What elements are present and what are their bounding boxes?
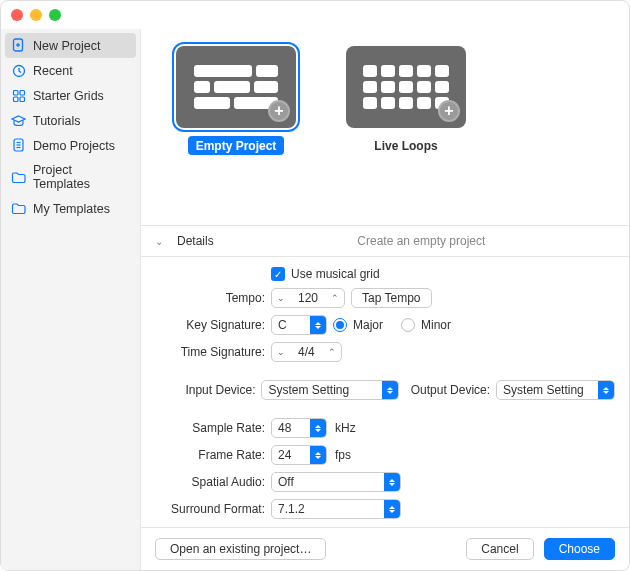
tempo-stepper[interactable]: ⌄ 120 ⌃: [271, 288, 345, 308]
template-label: Live Loops: [374, 139, 437, 153]
updown-icon: [384, 500, 400, 518]
key-signature-label: Key Signature:: [155, 318, 265, 332]
time-signature-value: 4/4: [290, 345, 323, 359]
updown-icon: [598, 381, 614, 399]
updown-icon: [382, 381, 398, 399]
template-label: Empty Project: [196, 139, 277, 153]
spatial-audio-select[interactable]: Off: [271, 472, 401, 492]
live-loops-thumb: [346, 46, 466, 128]
svg-rect-4: [13, 90, 18, 95]
frame-rate-select[interactable]: 24: [271, 445, 327, 465]
folder-icon: [11, 201, 26, 216]
titlebar: [1, 1, 629, 29]
sidebar-item-demo-projects[interactable]: Demo Projects: [1, 133, 140, 158]
details-subtitle: Create an empty project: [228, 234, 615, 248]
details-header[interactable]: ⌄ Details Create an empty project: [141, 225, 629, 257]
minor-label: Minor: [421, 318, 451, 332]
sidebar-item-tutorials[interactable]: Tutorials: [1, 108, 140, 133]
updown-icon: [310, 316, 326, 334]
chevron-down-icon: ⌄: [155, 236, 163, 247]
cancel-button[interactable]: Cancel: [466, 538, 533, 560]
time-signature-stepper[interactable]: ⌄ 4/4 ⌃: [271, 342, 342, 362]
input-device-select[interactable]: System Setting: [261, 380, 398, 400]
updown-icon: [384, 473, 400, 491]
main-pane: Choose a Project Empty Project: [141, 29, 629, 570]
surround-format-select[interactable]: 7.1.2: [271, 499, 401, 519]
sidebar-item-label: Project Templates: [33, 163, 130, 191]
sidebar-item-label: Recent: [33, 64, 73, 78]
sidebar-item-label: Tutorials: [33, 114, 80, 128]
minimize-icon[interactable]: [30, 9, 42, 21]
sample-rate-unit: kHz: [335, 421, 356, 435]
key-signature-select[interactable]: C: [271, 315, 327, 335]
sample-rate-select[interactable]: 48: [271, 418, 327, 438]
choose-button[interactable]: Choose: [544, 538, 615, 560]
use-musical-grid-checkbox[interactable]: [271, 267, 285, 281]
sidebar-item-label: Starter Grids: [33, 89, 104, 103]
sample-rate-label: Sample Rate:: [155, 421, 265, 435]
frame-rate-unit: fps: [335, 448, 351, 462]
surround-format-label: Surround Format:: [155, 502, 265, 516]
plus-icon: [438, 100, 460, 122]
template-empty-project[interactable]: Empty Project: [171, 46, 301, 155]
maximize-icon[interactable]: [49, 9, 61, 21]
sidebar-item-new-project[interactable]: New Project: [5, 33, 136, 58]
sidebar-item-label: New Project: [33, 39, 100, 53]
sidebar-item-starter-grids[interactable]: Starter Grids: [1, 83, 140, 108]
details-form: Use musical grid Tempo: ⌄ 120 ⌃ Tap Temp…: [141, 257, 629, 527]
page-title: Choose a Project: [141, 29, 629, 40]
sidebar-item-project-templates[interactable]: Project Templates: [1, 158, 140, 196]
spatial-audio-label: Spatial Audio:: [155, 475, 265, 489]
updown-icon: [310, 419, 326, 437]
chevron-down-icon[interactable]: ⌄: [272, 293, 290, 303]
major-radio[interactable]: [333, 318, 347, 332]
chevron-up-icon[interactable]: ⌃: [323, 347, 341, 357]
grid-icon: [11, 88, 26, 103]
open-existing-button[interactable]: Open an existing project…: [155, 538, 326, 560]
major-label: Major: [353, 318, 383, 332]
template-live-loops[interactable]: Live Loops: [341, 46, 471, 155]
traffic-lights: [11, 9, 61, 21]
use-musical-grid-label: Use musical grid: [291, 267, 380, 281]
chevron-down-icon[interactable]: ⌄: [272, 347, 290, 357]
grad-cap-icon: [11, 113, 26, 128]
svg-rect-6: [13, 97, 18, 102]
sidebar-item-label: My Templates: [33, 202, 110, 216]
footer: Open an existing project… Cancel Choose: [141, 527, 629, 570]
updown-icon: [310, 446, 326, 464]
empty-project-thumb: [176, 46, 296, 128]
file-plus-icon: [11, 38, 26, 53]
clock-icon: [11, 63, 26, 78]
close-icon[interactable]: [11, 9, 23, 21]
template-list: Empty Project Live Loops: [141, 40, 629, 165]
sidebar: New Project Recent Starter Grids Tutoria…: [1, 29, 141, 570]
output-device-label: Output Device:: [405, 383, 490, 397]
folder-icon: [11, 170, 26, 185]
sidebar-item-my-templates[interactable]: My Templates: [1, 196, 140, 221]
svg-rect-7: [20, 97, 25, 102]
chevron-up-icon[interactable]: ⌃: [326, 293, 344, 303]
tap-tempo-button[interactable]: Tap Tempo: [351, 288, 431, 308]
svg-rect-5: [20, 90, 25, 95]
sidebar-item-label: Demo Projects: [33, 139, 115, 153]
output-device-select[interactable]: System Setting: [496, 380, 615, 400]
file-list-icon: [11, 138, 26, 153]
sidebar-item-recent[interactable]: Recent: [1, 58, 140, 83]
tempo-value: 120: [290, 291, 326, 305]
frame-rate-label: Frame Rate:: [155, 448, 265, 462]
tempo-label: Tempo:: [155, 291, 265, 305]
plus-icon: [268, 100, 290, 122]
time-signature-label: Time Signature:: [155, 345, 265, 359]
input-device-label: Input Device:: [155, 383, 255, 397]
minor-radio[interactable]: [401, 318, 415, 332]
project-chooser-window: New Project Recent Starter Grids Tutoria…: [0, 0, 630, 571]
details-title: Details: [177, 234, 214, 248]
